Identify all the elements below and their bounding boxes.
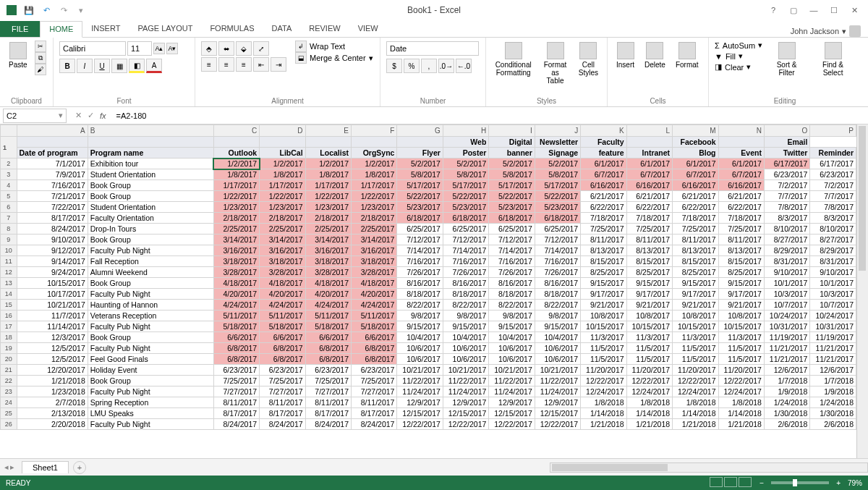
cell[interactable]: 8/11/2017 — [718, 235, 764, 245]
cell[interactable]: 5/22/2017 — [489, 191, 535, 202]
decrease-decimal-icon[interactable]: ←.0 — [456, 59, 472, 73]
cell[interactable]: 9/21/2017 — [626, 300, 672, 311]
cell[interactable]: 1/23/2017 — [213, 202, 259, 213]
cell[interactable]: 10/4/2017 — [397, 332, 443, 343]
cell[interactable]: 6/8/2017 — [352, 354, 397, 365]
cell[interactable]: 8/24/2017 — [305, 419, 351, 430]
italic-button[interactable]: I — [77, 59, 93, 73]
cell[interactable]: 1/8/2018 — [718, 397, 764, 408]
zoom-level[interactable]: 79% — [848, 479, 862, 487]
header-cell[interactable]: LibCal — [260, 148, 305, 159]
header-cell[interactable] — [17, 137, 88, 148]
cell[interactable]: 7/22/2017 — [17, 202, 88, 213]
cell[interactable]: 10/6/2017 — [397, 343, 443, 354]
cell[interactable]: 5/11/2017 — [213, 311, 259, 321]
cell[interactable]: 6/17/2017 — [764, 159, 809, 169]
cell[interactable]: Alumni Weekend — [88, 267, 213, 278]
fill-button[interactable]: ▼ Fill ▾ — [715, 51, 762, 61]
cell[interactable]: 7/27/2017 — [260, 386, 305, 397]
cell[interactable]: 5/23/2017 — [443, 202, 488, 213]
enter-icon[interactable]: ✓ — [88, 111, 94, 120]
cell[interactable]: 8/22/2017 — [489, 300, 535, 311]
cell[interactable]: 6/22/2017 — [581, 202, 626, 213]
cell[interactable]: 7/26/2017 — [535, 267, 580, 278]
tab-page-layout[interactable]: PAGE LAYOUT — [129, 21, 201, 37]
cell[interactable]: 10/15/2017 — [626, 321, 672, 332]
cell[interactable]: 4/20/2017 — [213, 289, 259, 300]
cell[interactable]: 9/17/2017 — [673, 289, 718, 300]
cell[interactable]: 7/8/2017 — [810, 202, 856, 213]
bold-button[interactable]: B — [59, 59, 75, 73]
header-cell[interactable] — [352, 137, 397, 148]
format-button[interactable]: Format — [673, 41, 702, 70]
cell[interactable]: 8/15/2017 — [581, 256, 626, 267]
cell[interactable]: 12/24/2017 — [581, 386, 626, 397]
cell[interactable]: 10/24/2017 — [764, 311, 809, 321]
cell[interactable]: 11/5/2017 — [673, 343, 718, 354]
cell[interactable]: Student Orientation — [88, 169, 213, 180]
cell[interactable]: 1/22/2017 — [213, 191, 259, 202]
cell[interactable]: 7/25/2017 — [213, 376, 259, 386]
cell[interactable]: 8/16/2017 — [535, 278, 580, 289]
copy-icon[interactable]: ⧉ — [35, 52, 46, 64]
cell[interactable]: 2/18/2017 — [352, 213, 397, 224]
cell[interactable]: 8/22/2017 — [397, 300, 443, 311]
column-header[interactable]: H — [443, 125, 488, 137]
row-header[interactable]: 3 — [1, 169, 17, 180]
row-header[interactable]: 14 — [1, 289, 17, 300]
cell[interactable]: 8/15/2017 — [673, 256, 718, 267]
cell[interactable]: 9/17/2017 — [626, 289, 672, 300]
save-icon[interactable]: 💾 — [22, 3, 36, 17]
cell[interactable]: 8/16/2017 — [443, 278, 488, 289]
cell[interactable]: 5/23/2017 — [535, 202, 580, 213]
cell[interactable]: 8/25/2017 — [673, 267, 718, 278]
cell[interactable]: 1/2/2017 — [305, 159, 351, 169]
cell[interactable]: 11/7/2017 — [17, 311, 88, 321]
tab-view[interactable]: VIEW — [349, 21, 387, 37]
cell[interactable]: 8/24/2017 — [213, 419, 259, 430]
cell[interactable]: 4/20/2017 — [260, 289, 305, 300]
cell[interactable]: 5/11/2017 — [352, 311, 397, 321]
tab-insert[interactable]: INSERT — [82, 21, 129, 37]
cell[interactable]: 11/21/2017 — [764, 343, 809, 354]
cell[interactable]: 7/18/2017 — [581, 213, 626, 224]
cell[interactable]: 8/22/2017 — [535, 300, 580, 311]
cell[interactable]: 10/15/2017 — [581, 321, 626, 332]
cancel-icon[interactable]: ✕ — [75, 111, 82, 120]
cell[interactable]: 10/6/2017 — [489, 354, 535, 365]
cell[interactable]: 11/24/2017 — [443, 386, 488, 397]
cell[interactable]: 7/14/2017 — [489, 245, 535, 256]
cell[interactable]: 6/8/2017 — [213, 354, 259, 365]
cell[interactable]: Faculty Pub Night — [88, 343, 213, 354]
cell[interactable]: 11/5/2017 — [581, 343, 626, 354]
align-middle-icon[interactable]: ⬌ — [218, 41, 234, 56]
cell[interactable]: 6/8/2017 — [260, 343, 305, 354]
cell[interactable]: 8/11/2017 — [581, 235, 626, 245]
cell[interactable]: 6/23/2017 — [764, 169, 809, 180]
cell[interactable]: 12/22/2017 — [718, 376, 764, 386]
align-left-icon[interactable]: ≡ — [201, 57, 217, 72]
cell[interactable]: Faculty Pub Night — [88, 245, 213, 256]
cell[interactable]: 6/8/2017 — [352, 343, 397, 354]
cell[interactable]: 8/11/2017 — [626, 235, 672, 245]
cell[interactable]: 9/15/2017 — [397, 321, 443, 332]
cell[interactable]: 2/6/2018 — [810, 419, 856, 430]
row-header[interactable]: 19 — [1, 343, 17, 354]
header-cell[interactable]: Email — [764, 137, 809, 148]
cell[interactable]: 1/24/2018 — [764, 397, 809, 408]
cell[interactable]: 4/18/2017 — [352, 278, 397, 289]
cell[interactable]: 12/5/2017 — [17, 343, 88, 354]
cell[interactable]: Book Group — [88, 278, 213, 289]
cell[interactable]: 11/24/2017 — [489, 386, 535, 397]
cell[interactable]: 1/21/2018 — [673, 419, 718, 430]
cell[interactable]: 10/6/2017 — [489, 343, 535, 354]
header-cell[interactable] — [260, 137, 305, 148]
cell[interactable]: 12/9/2017 — [489, 397, 535, 408]
cell[interactable]: 6/7/2017 — [718, 169, 764, 180]
cell[interactable]: 1/23/2017 — [305, 202, 351, 213]
cell[interactable]: 7/16/2017 — [397, 256, 443, 267]
cell[interactable]: 6/8/2017 — [213, 343, 259, 354]
wrap-text-button[interactable]: ↲Wrap Text — [295, 41, 373, 52]
cell[interactable]: 1/9/2018 — [810, 386, 856, 397]
tab-data[interactable]: DATA — [263, 21, 301, 37]
